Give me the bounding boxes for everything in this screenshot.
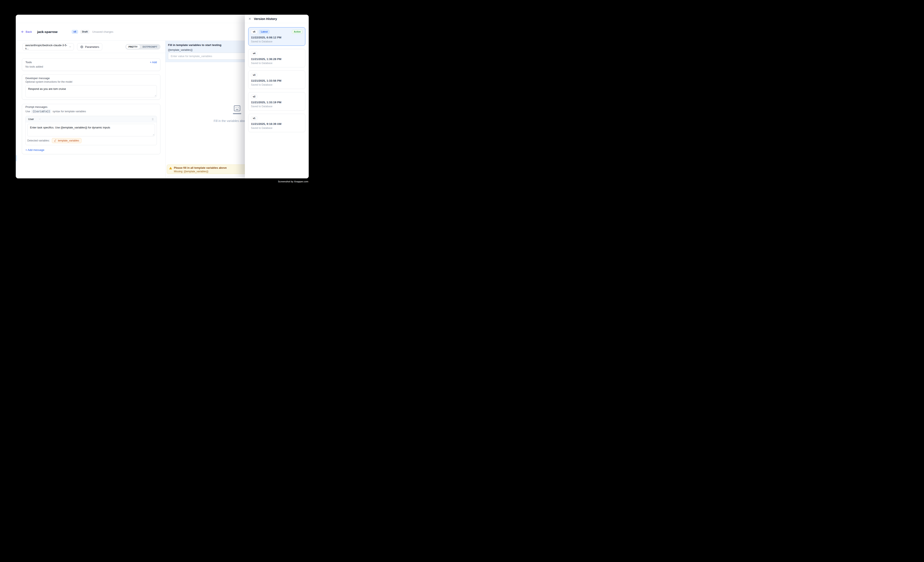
- version-number-badge: v1: [251, 116, 257, 120]
- warning-triangle-icon: [169, 167, 172, 170]
- version-date: 11/21/2025, 9:16:39 AM: [251, 123, 303, 126]
- version-history-header: Version History: [245, 15, 309, 23]
- version-status: Saved to Database: [251, 127, 303, 130]
- version-history-panel: Version History v5 Latest Active 11/22/2…: [245, 15, 309, 178]
- version-date: 11/21/2025, 1:33:19 PM: [251, 101, 303, 104]
- bot-icon-base: [233, 113, 241, 114]
- back-button[interactable]: Back: [21, 30, 32, 33]
- chevron-down-icon: [38, 118, 41, 121]
- tools-title: Tools: [26, 61, 32, 64]
- screenshot-stage: Back jack-sparrow v5 Draft Unsaved chang…: [0, 0, 323, 197]
- gear-icon: [80, 45, 83, 48]
- version-number-badge: v3: [251, 73, 257, 77]
- hint-prefix: Use: [26, 110, 30, 113]
- tools-card: Tools + Add No tools added: [22, 58, 160, 71]
- developer-message-title: Developer message: [26, 76, 157, 80]
- role-select[interactable]: User: [28, 118, 41, 121]
- bot-icon: [233, 105, 241, 112]
- parameters-label: Parameters: [85, 45, 99, 48]
- version-history-title: Version History: [254, 17, 277, 21]
- version-date: 11/22/2025, 6:08:12 PM: [251, 36, 303, 39]
- developer-message-card: Developer message Optional system instru…: [22, 74, 160, 100]
- model-select-value: aws/anthropic/bedrock-claude-3-5-s...: [25, 44, 69, 50]
- version-number-badge: v2: [251, 95, 257, 99]
- chevron-down-icon: [69, 45, 72, 48]
- version-status: Saved to Database: [251, 62, 303, 65]
- arrow-left-icon: [21, 30, 24, 33]
- version-list: v5 Latest Active 11/22/2025, 6:08:12 PM …: [245, 23, 309, 136]
- unsaved-changes-label: Unsaved changes: [92, 30, 113, 33]
- latest-badge: Latest: [259, 30, 269, 34]
- detected-variables-row: Detected variables: template_variables: [26, 136, 157, 145]
- version-number-badge: v5: [251, 30, 257, 34]
- version-card[interactable]: v1 11/21/2025, 9:16:39 AM Saved to Datab…: [248, 114, 305, 132]
- message-header: User: [26, 116, 157, 123]
- version-status: Saved to Database: [251, 105, 303, 108]
- version-date: 11/21/2025, 1:36:28 PM: [251, 57, 303, 61]
- detected-variable-chip[interactable]: template_variables: [52, 138, 81, 143]
- watermark: Screenshot by Xnapper.com: [278, 180, 308, 183]
- version-badge: v5: [72, 30, 78, 34]
- prompt-messages-card: Prompt messages Use {{variable}} syntax …: [22, 104, 160, 154]
- app-window: Back jack-sparrow v5 Draft Unsaved chang…: [16, 15, 309, 178]
- editor-pane: aws/anthropic/bedrock-claude-3-5-s... Pa…: [17, 41, 165, 178]
- prompt-message-input[interactable]: Enter task specifics. Use {{template_var…: [27, 124, 155, 136]
- page-title: jack-sparrow: [37, 30, 57, 34]
- toggle-pretty[interactable]: PRETTY: [126, 45, 140, 49]
- active-badge: Active: [292, 30, 303, 34]
- role-value: User: [28, 118, 34, 121]
- version-status: Saved to Database: [251, 83, 303, 86]
- close-icon[interactable]: [248, 17, 251, 20]
- format-toggle: PRETTY DOTPROMPT: [125, 44, 160, 50]
- add-tool-button[interactable]: + Add: [150, 61, 157, 64]
- version-card[interactable]: v5 Latest Active 11/22/2025, 6:08:12 PM …: [248, 27, 305, 46]
- developer-message-subtitle: Optional system instructions for the mod…: [26, 81, 157, 83]
- back-label: Back: [26, 30, 32, 33]
- developer-message-input[interactable]: Respond as you are tom cruise: [26, 85, 157, 97]
- template-syntax-hint: Use {{variable}} syntax for template var…: [26, 109, 157, 113]
- detected-variable-name: template_variables: [58, 139, 79, 142]
- editor-scroll-area: Tools + Add No tools added Developer mes…: [17, 53, 165, 160]
- message-block: User E: [26, 116, 157, 145]
- add-message-button[interactable]: + Add message: [26, 148, 157, 151]
- version-card[interactable]: v4 11/21/2025, 1:36:28 PM Saved to Datab…: [248, 49, 305, 67]
- hint-suffix: syntax for template variables: [52, 110, 86, 113]
- version-number-badge: v4: [251, 51, 257, 55]
- draft-badge: Draft: [80, 30, 90, 34]
- prompt-messages-title: Prompt messages: [26, 105, 157, 109]
- model-select[interactable]: aws/anthropic/bedrock-claude-3-5-s...: [22, 43, 74, 50]
- editor-toolbar: aws/anthropic/bedrock-claude-3-5-s... Pa…: [17, 41, 165, 53]
- parameters-button[interactable]: Parameters: [77, 43, 102, 50]
- detected-variables-label: Detected variables:: [27, 139, 50, 142]
- version-card[interactable]: v2 11/21/2025, 1:33:19 PM Saved to Datab…: [248, 92, 305, 111]
- no-tools-text: No tools added: [26, 65, 157, 68]
- version-status: Saved to Database: [251, 40, 303, 43]
- toggle-dotprompt[interactable]: DOTPROMPT: [140, 45, 160, 49]
- variable-syntax-chip: {{variable}}: [31, 109, 51, 113]
- drag-handle-icon[interactable]: [151, 118, 154, 121]
- pencil-icon: [54, 139, 57, 142]
- version-date: 11/21/2025, 1:33:56 PM: [251, 79, 303, 82]
- version-card[interactable]: v3 11/21/2025, 1:33:56 PM Saved to Datab…: [248, 70, 305, 89]
